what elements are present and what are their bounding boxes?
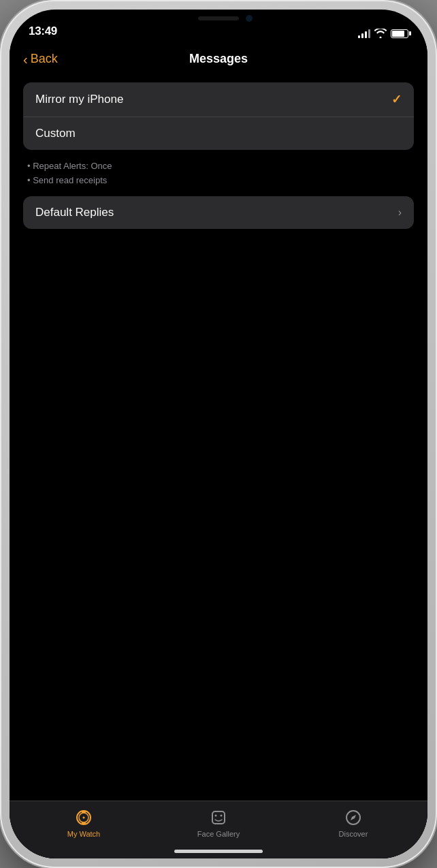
svg-rect-3 — [82, 822, 86, 824]
svg-marker-9 — [351, 815, 356, 820]
tab-bar: My Watch Face Gallery — [10, 801, 427, 858]
discover-tab-label: Discover — [339, 830, 368, 838]
nav-bar: ‹ Back Messages — [10, 44, 427, 72]
wifi-icon — [374, 29, 387, 38]
mirror-checkmark-icon: ✓ — [391, 92, 402, 107]
tab-my-watch[interactable]: My Watch — [16, 808, 151, 838]
svg-point-4 — [83, 817, 85, 819]
nav-title: Messages — [189, 52, 248, 66]
phone-frame: 13:49 — [0, 0, 437, 868]
svg-point-6 — [215, 815, 217, 817]
tab-face-gallery[interactable]: Face Gallery — [151, 808, 286, 838]
main-content: Mirror my iPhone ✓ Custom • Repeat Alert… — [10, 72, 427, 801]
tab-discover[interactable]: Discover — [286, 808, 421, 838]
back-button[interactable]: ‹ Back — [23, 52, 58, 66]
custom-label: Custom — [35, 127, 76, 140]
status-icons — [358, 29, 408, 38]
description-line2: • Send read receipts — [27, 174, 410, 188]
back-chevron-icon: ‹ — [23, 52, 28, 66]
mirror-custom-card: Mirror my iPhone ✓ Custom — [23, 82, 414, 150]
my-watch-tab-label: My Watch — [67, 830, 101, 838]
camera — [246, 15, 253, 22]
back-label: Back — [31, 52, 58, 66]
custom-row[interactable]: Custom — [23, 117, 414, 150]
description-line1: • Repeat Alerts: Once — [27, 159, 410, 174]
home-indicator — [174, 850, 263, 853]
description-text: • Repeat Alerts: Once • Send read receip… — [23, 155, 414, 196]
mirror-iphone-row[interactable]: Mirror my iPhone ✓ — [23, 82, 414, 117]
status-time: 13:49 — [29, 25, 57, 38]
mirror-iphone-label: Mirror my iPhone — [35, 93, 123, 106]
svg-rect-2 — [82, 811, 86, 813]
svg-rect-5 — [212, 811, 225, 824]
screen-content: ‹ Back Messages Mirror my iPhone ✓ Custo… — [10, 44, 427, 858]
my-watch-icon — [74, 808, 93, 827]
svg-point-7 — [221, 815, 223, 817]
speaker — [198, 16, 239, 20]
battery-icon — [391, 29, 408, 38]
chevron-right-icon: › — [398, 206, 402, 219]
default-replies-label: Default Replies — [35, 206, 114, 219]
default-replies-row[interactable]: Default Replies › — [23, 196, 414, 229]
phone-screen: 13:49 — [10, 10, 427, 858]
default-replies-card: Default Replies › — [23, 196, 414, 229]
face-gallery-tab-label: Face Gallery — [197, 830, 240, 838]
notch — [164, 10, 273, 30]
face-gallery-icon — [209, 808, 228, 827]
signal-icon — [358, 29, 370, 38]
discover-icon — [344, 808, 363, 827]
